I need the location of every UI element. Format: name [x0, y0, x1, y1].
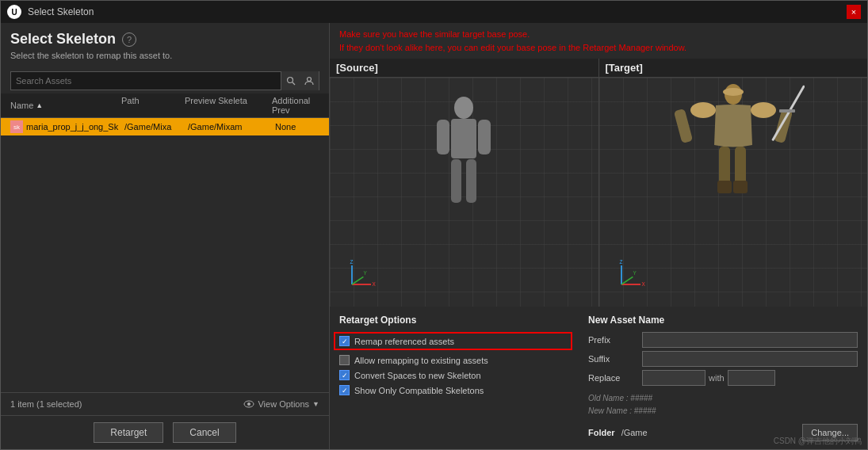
col-path-header: Path — [121, 96, 185, 115]
preview-row: [Source] — [330, 59, 867, 307]
svg-rect-24 — [779, 109, 795, 113]
help-icon[interactable]: ? — [122, 32, 136, 47]
left-header-title: Select Skeleton ? — [10, 31, 319, 48]
skeleton-icon: sk — [10, 120, 23, 133]
target-label: [Target] — [599, 59, 868, 78]
window: U Select Skeleton × Select Skeleton ? Se… — [0, 0, 868, 450]
cancel-button[interactable]: Cancel — [173, 422, 235, 443]
title-bar: U Select Skeleton × — [1, 1, 867, 23]
svg-text:Y: Y — [363, 270, 367, 276]
replace-inputs: with — [642, 370, 858, 386]
col-name-header: Name ▲ — [10, 96, 121, 115]
convert-spaces-row: Convert Spaces to new Skeleton — [339, 370, 572, 380]
svg-point-0 — [287, 78, 293, 83]
close-button[interactable]: × — [847, 5, 861, 19]
suffix-label: Suffix — [588, 354, 636, 364]
right-panel: Make sure you have the similar target ba… — [330, 23, 867, 449]
svg-line-33 — [621, 276, 633, 284]
asset-form: Prefix Suffix Replace with Old Name : ##… — [588, 332, 858, 418]
source-label: [Source] — [330, 59, 598, 78]
target-viewport: Z X Y — [599, 78, 868, 307]
svg-rect-21 — [674, 109, 693, 143]
folder-label: Folder — [588, 428, 615, 437]
left-panel: Select Skeleton ? Select the skeleton to… — [1, 23, 330, 449]
convert-spaces-checkbox[interactable] — [339, 370, 350, 380]
svg-rect-9 — [451, 159, 461, 203]
remap-referenced-checkbox[interactable] — [339, 336, 350, 346]
names-text: Old Name : ##### New Name : ##### — [588, 392, 858, 418]
main-content: Select Skeleton ? Select the skeleton to… — [1, 23, 867, 449]
left-footer: 1 item (1 selected) View Options ▼ — [1, 392, 329, 415]
search-icon — [286, 76, 296, 86]
svg-line-15 — [352, 276, 363, 284]
prefix-label: Prefix — [588, 335, 636, 345]
show-compatible-row: Show Only Compatible Skeletons — [339, 385, 572, 395]
remap-referenced-row: Remap referenced assets — [334, 332, 572, 350]
left-header: Select Skeleton ? Select the skeleton to… — [1, 23, 329, 65]
allow-remapping-checkbox[interactable] — [339, 355, 350, 365]
user-icon-button[interactable] — [300, 71, 319, 90]
sort-arrow-icon: ▲ — [36, 101, 43, 109]
show-compatible-label: Show Only Compatible Skeletons — [354, 386, 484, 395]
view-options-button[interactable]: View Options ▼ — [243, 399, 319, 409]
table-header: Name ▲ Path Preview Skeleta Additional P… — [1, 93, 329, 118]
table-row[interactable]: sk maria_prop_j_j_ong_Sk /Game/Mixa /Gam… — [1, 118, 329, 135]
convert-spaces-label: Convert Spaces to new Skeleton — [354, 371, 481, 380]
svg-point-2 — [308, 78, 312, 82]
eye-icon — [243, 400, 254, 408]
svg-text:Z: Z — [350, 259, 354, 265]
retarget-button[interactable]: Retarget — [94, 422, 163, 443]
svg-point-18 — [723, 88, 744, 96]
suffix-input[interactable] — [642, 351, 858, 367]
new-asset-title: New Asset Name — [588, 315, 858, 326]
action-buttons: Retarget Cancel — [1, 415, 329, 449]
remap-referenced-label: Remap referenced assets — [354, 337, 454, 346]
source-figure — [424, 93, 503, 228]
svg-rect-7 — [437, 120, 449, 154]
svg-rect-6 — [451, 119, 476, 158]
folder-path: /Game — [621, 428, 648, 437]
search-bar — [10, 71, 319, 90]
svg-point-19 — [690, 102, 716, 118]
svg-rect-27 — [717, 181, 732, 193]
svg-line-1 — [293, 82, 295, 85]
show-compatible-checkbox[interactable] — [339, 385, 350, 395]
table-empty-space — [1, 135, 329, 392]
allow-remapping-label: Allow remapping to existing assets — [354, 356, 488, 365]
source-viewport: Z X Y — [330, 78, 598, 307]
replace-from-input[interactable] — [642, 370, 705, 386]
replace-to-input[interactable] — [728, 370, 775, 386]
source-axis-icon: Z X Y — [346, 259, 377, 291]
row-path: /Game/Mixa — [124, 122, 188, 132]
svg-text:X: X — [373, 281, 377, 287]
col-addprev-header: Additional Prev — [272, 96, 319, 115]
target-preview-panel: [Target] — [599, 59, 868, 307]
options-section: Retarget Options Remap referenced assets… — [330, 307, 867, 449]
new-name-text: New Name : ##### — [588, 406, 656, 415]
retarget-options-title: Retarget Options — [339, 315, 572, 326]
warning-text: Make sure you have the similar target ba… — [330, 23, 867, 59]
row-preview: /Game/Mixam — [188, 122, 275, 132]
target-figure — [662, 82, 805, 224]
target-axis-icon: Z X Y — [615, 259, 647, 291]
retarget-options: Retarget Options Remap referenced assets… — [339, 315, 572, 441]
search-input[interactable] — [11, 76, 281, 86]
search-icon-button[interactable] — [281, 71, 300, 90]
title-bar-left: U Select Skeleton — [7, 5, 94, 19]
col-preview-header: Preview Skeleta — [185, 96, 272, 115]
svg-rect-8 — [478, 120, 491, 154]
svg-point-5 — [454, 97, 473, 119]
svg-text:X: X — [641, 281, 645, 287]
chevron-down-icon: ▼ — [312, 400, 319, 408]
replace-label: Replace — [588, 373, 636, 383]
svg-rect-10 — [466, 159, 476, 203]
warning-line2: If they don't look alike here, you can e… — [339, 43, 686, 52]
panel-title: Select Skeleton — [10, 31, 116, 48]
source-preview-panel: [Source] — [330, 59, 598, 307]
svg-rect-22 — [774, 109, 793, 143]
prefix-input[interactable] — [642, 332, 858, 348]
allow-remapping-row: Allow remapping to existing assets — [339, 355, 572, 365]
svg-point-4 — [247, 402, 250, 406]
view-options-label: View Options — [258, 399, 309, 409]
warning-line1: Make sure you have the similar target ba… — [339, 29, 530, 39]
